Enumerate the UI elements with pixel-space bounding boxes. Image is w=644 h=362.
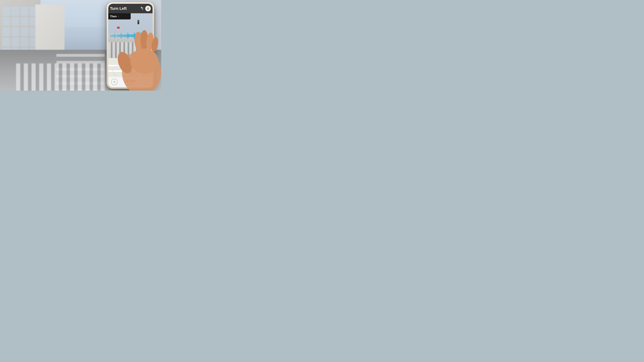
then-direction-arrow: ↑ <box>118 15 119 18</box>
voice-button[interactable] <box>145 6 151 11</box>
hand-svg <box>102 14 161 91</box>
then-bar: Then ↑ <box>108 13 131 19</box>
svg-rect-0 <box>148 7 148 9</box>
hand <box>102 14 161 91</box>
turn-arrow-icon: ↰ <box>140 6 144 11</box>
then-label: Then <box>110 15 117 18</box>
navigation-header: Turn Left ↰ <box>108 4 152 13</box>
svg-point-9 <box>130 49 158 74</box>
turn-instruction-text: Turn Left <box>110 6 140 11</box>
microphone-icon <box>147 7 149 10</box>
